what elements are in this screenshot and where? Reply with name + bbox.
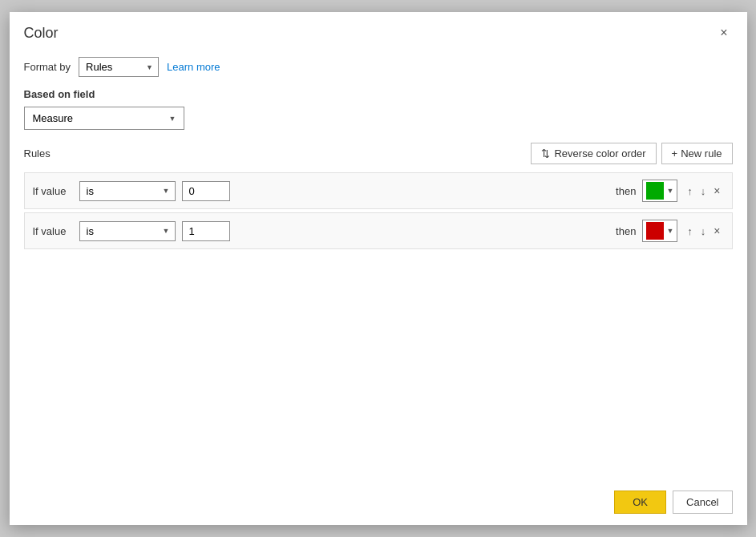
table-row: If value is is not greater than less tha…	[24, 172, 733, 209]
cancel-button[interactable]: Cancel	[673, 491, 732, 514]
move-up-button-1[interactable]: ↑	[684, 184, 696, 198]
color-picker-button-1[interactable]: ▼	[642, 180, 677, 202]
then-label-1: then	[616, 185, 636, 197]
if-value-label-2: If value	[33, 225, 73, 237]
format-by-row: Format by Rules Color scale Field value …	[24, 57, 733, 77]
then-label-2: then	[616, 225, 636, 237]
color-dropdown-arrow-1: ▼	[666, 187, 673, 195]
delete-rule-button-1[interactable]: ×	[710, 184, 723, 198]
rule-arrows-2: ↑ ↓ ×	[684, 224, 723, 238]
delete-rule-button-2[interactable]: ×	[710, 224, 723, 238]
move-down-button-2[interactable]: ↓	[697, 224, 710, 238]
rule-condition-wrapper-2: is is not greater than less than	[79, 221, 176, 241]
new-rule-label: New rule	[681, 147, 722, 159]
rule-condition-wrapper-1: is is not greater than less than	[79, 181, 176, 201]
color-picker-button-2[interactable]: ▼	[642, 220, 677, 242]
close-button[interactable]: ×	[715, 23, 732, 42]
reverse-color-order-button[interactable]: ⇅ Reverse color order	[531, 143, 656, 164]
dialog-footer: OK Cancel	[10, 479, 747, 525]
rule-value-input-2[interactable]	[182, 221, 230, 241]
table-row: If value is is not greater than less tha…	[24, 212, 733, 249]
dialog-title: Color	[24, 25, 59, 42]
color-swatch-1	[646, 182, 664, 200]
color-swatch-2	[646, 222, 664, 240]
field-select-wrapper: Measure	[24, 107, 184, 130]
ok-button[interactable]: OK	[614, 491, 666, 514]
rules-label: Rules	[24, 147, 51, 159]
rule-value-input-1[interactable]	[182, 181, 230, 201]
move-up-button-2[interactable]: ↑	[684, 224, 696, 238]
reverse-icon: ⇅	[541, 147, 550, 159]
plus-icon: +	[672, 147, 678, 159]
rule-condition-select-1[interactable]: is is not greater than less than	[79, 181, 176, 201]
rules-actions: ⇅ Reverse color order + New rule	[531, 143, 732, 164]
format-by-select-wrapper: Rules Color scale Field value	[79, 57, 159, 77]
learn-more-link[interactable]: Learn more	[167, 61, 220, 73]
if-value-label-1: If value	[33, 185, 73, 197]
new-rule-button[interactable]: + New rule	[661, 143, 733, 164]
color-dropdown-arrow-2: ▼	[666, 227, 673, 235]
dialog-header: Color ×	[10, 12, 747, 49]
format-by-select[interactable]: Rules Color scale Field value	[79, 57, 159, 77]
dialog-body: Format by Rules Color scale Field value …	[10, 49, 747, 479]
based-on-field-label: Based on field	[24, 88, 733, 100]
field-select[interactable]: Measure	[24, 107, 184, 130]
rules-header: Rules ⇅ Reverse color order + New rule	[24, 143, 733, 164]
format-by-label: Format by	[24, 61, 71, 73]
move-down-button-1[interactable]: ↓	[697, 184, 710, 198]
rule-condition-select-2[interactable]: is is not greater than less than	[79, 221, 176, 241]
rule-arrows-1: ↑ ↓ ×	[684, 184, 723, 198]
color-dialog: Color × Format by Rules Color scale Fiel…	[10, 12, 747, 525]
reverse-color-order-label: Reverse color order	[554, 147, 645, 159]
